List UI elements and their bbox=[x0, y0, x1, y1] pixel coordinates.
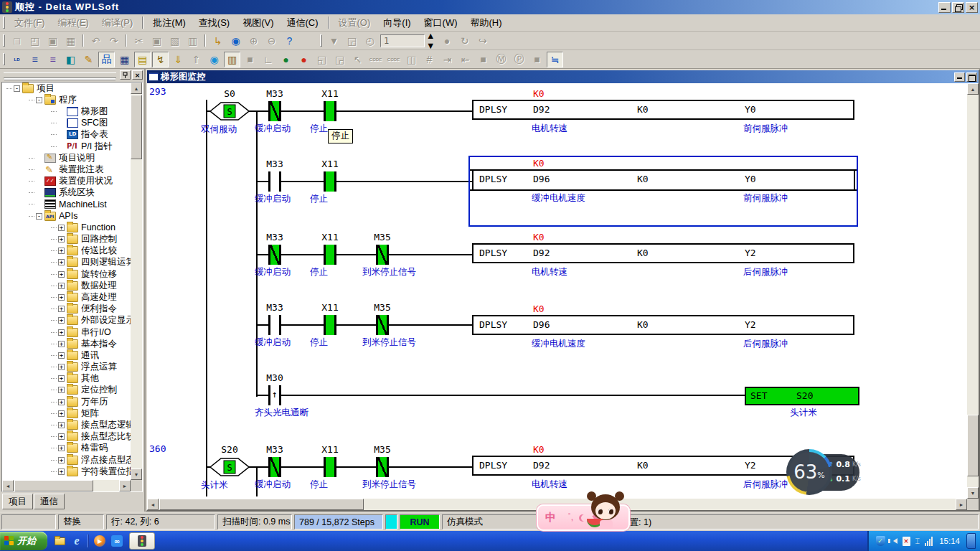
power-plug-icon[interactable]: ⌶ bbox=[915, 537, 920, 546]
menu-program[interactable]: 编程(E) bbox=[52, 14, 95, 32]
panel-close-icon[interactable]: × bbox=[132, 70, 143, 80]
tree-expander-icon[interactable]: + bbox=[58, 341, 65, 347]
tree-item[interactable]: MachineList bbox=[2, 199, 131, 210]
tree-item[interactable]: +格雷码 bbox=[2, 443, 131, 454]
contact-M33[interactable] bbox=[268, 101, 281, 121]
contact-X11[interactable] bbox=[324, 245, 336, 265]
tree-expander-icon[interactable]: - bbox=[36, 213, 42, 220]
tree-item[interactable]: P/I 指针 bbox=[2, 141, 131, 152]
open-file-icon[interactable]: ◰ bbox=[27, 33, 43, 49]
tree-item[interactable]: +通讯 bbox=[2, 349, 131, 361]
step-contact[interactable]: S bbox=[209, 456, 250, 478]
cut-icon[interactable]: ✂ bbox=[131, 33, 147, 49]
tree-expander-icon[interactable]: + bbox=[58, 468, 65, 475]
tree-item[interactable]: -程序 bbox=[2, 94, 131, 105]
tree-expander-icon[interactable]: + bbox=[58, 433, 65, 440]
tree-item[interactable]: 装置批注表 bbox=[2, 164, 131, 175]
tree-expander-icon[interactable]: + bbox=[58, 364, 65, 370]
ladder-edit-icon[interactable]: ▤ bbox=[134, 52, 151, 67]
tree-expander-icon[interactable]: + bbox=[58, 352, 65, 359]
speed-widget-circle[interactable]: 63% bbox=[786, 449, 832, 495]
tree-vscroll-thumb[interactable] bbox=[131, 95, 142, 159]
menu-wizard[interactable]: 向导(I) bbox=[377, 14, 417, 32]
monitor-start-icon[interactable]: ▥ bbox=[224, 52, 240, 67]
tree-item[interactable]: +四则逻辑运算 bbox=[2, 257, 131, 268]
child-minimize-button[interactable] bbox=[954, 72, 965, 82]
window-cascade-icon[interactable]: ◱ bbox=[314, 52, 330, 67]
spin-up-icon[interactable]: ▲ bbox=[426, 31, 435, 41]
toolbar-grip[interactable] bbox=[3, 53, 5, 65]
tree-item[interactable]: -APIs bbox=[2, 210, 131, 222]
tree-expander-icon[interactable]: - bbox=[36, 97, 42, 103]
stop-monitor-icon[interactable]: ● bbox=[296, 52, 312, 67]
zoom-icon[interactable]: ◉ bbox=[227, 33, 244, 49]
tree-item[interactable]: +接点型态比较指令 bbox=[2, 431, 131, 443]
scroll-right-icon[interactable]: ► bbox=[956, 499, 967, 510]
network-signal-icon[interactable] bbox=[925, 537, 933, 546]
ladder-monitor-icon[interactable]: ≡ bbox=[44, 52, 61, 67]
tree-expander-icon[interactable]: + bbox=[58, 317, 65, 324]
tree-item[interactable]: 指令表 bbox=[2, 129, 131, 141]
contact-X11[interactable] bbox=[324, 457, 336, 477]
tree-item[interactable]: +定位控制 bbox=[2, 385, 131, 396]
exit-monitor-icon[interactable]: ↪ bbox=[474, 33, 491, 49]
step-contact[interactable]: S bbox=[209, 100, 250, 122]
panel-tab-通信[interactable]: 通信 bbox=[34, 494, 65, 509]
instruction-block[interactable] bbox=[472, 243, 854, 263]
io-view-icon[interactable]: # bbox=[421, 52, 438, 67]
selected-network-box[interactable] bbox=[468, 156, 858, 227]
instruction-block[interactable] bbox=[472, 100, 854, 120]
code-to-ladder-icon[interactable]: CODE bbox=[385, 52, 402, 67]
tree-item[interactable]: +基本指令 bbox=[2, 338, 131, 349]
tree-hscroll-thumb[interactable] bbox=[14, 480, 93, 491]
tree-expander-icon[interactable]: + bbox=[58, 457, 65, 463]
tree-expander-icon[interactable]: - bbox=[14, 85, 20, 92]
ladder-vscrollbar[interactable]: ▲ ▼ bbox=[967, 83, 979, 499]
child-maximize-button[interactable] bbox=[966, 72, 977, 82]
wplsoft-task-button[interactable] bbox=[129, 532, 155, 550]
refresh-monitor-icon[interactable]: ↻ bbox=[456, 33, 473, 49]
scroll-down-icon[interactable]: ▼ bbox=[967, 487, 979, 499]
pointer-tool-icon[interactable]: ↖ bbox=[349, 52, 366, 67]
download-program-icon[interactable]: ⇓ bbox=[170, 52, 187, 67]
tree-expander-icon[interactable]: + bbox=[58, 294, 65, 301]
menu-communication[interactable]: 通信(C) bbox=[280, 14, 324, 32]
tree-item[interactable]: +旋转位移 bbox=[2, 268, 131, 280]
pause-monitor-icon[interactable]: ● bbox=[438, 33, 455, 49]
show-desktop-button[interactable] bbox=[966, 533, 976, 549]
my-documents-icon[interactable] bbox=[53, 534, 66, 547]
menu-view[interactable]: 视图(V) bbox=[236, 14, 280, 32]
goto-icon[interactable]: ↳ bbox=[209, 33, 226, 49]
toolbar-grip[interactable] bbox=[320, 34, 322, 47]
tree-item[interactable]: +数据处理 bbox=[2, 280, 131, 291]
tree-item[interactable]: +浮点接点型态比较 bbox=[2, 454, 131, 466]
restore-button[interactable] bbox=[952, 2, 964, 13]
zoom-tool-icon[interactable]: ↯ bbox=[152, 52, 169, 67]
time-monitor-icon[interactable]: ◴ bbox=[362, 33, 378, 49]
toolbar-grip[interactable] bbox=[3, 34, 5, 47]
start-button[interactable]: 开始 bbox=[0, 532, 47, 550]
ime-mode-button[interactable]: 中 bbox=[545, 511, 556, 524]
tree-item[interactable]: +传送比较 bbox=[2, 245, 131, 257]
contact-M33[interactable] bbox=[268, 457, 281, 477]
tree-expander-icon[interactable]: + bbox=[58, 399, 65, 405]
tree-expander-icon[interactable]: + bbox=[58, 410, 65, 417]
volume-icon[interactable] bbox=[890, 538, 897, 544]
scroll-right-icon[interactable]: ► bbox=[119, 480, 131, 491]
page-spinner[interactable]: ▲▼ bbox=[426, 31, 435, 51]
tree-expander-icon[interactable]: + bbox=[58, 248, 65, 254]
tree-item[interactable]: +浮点运算 bbox=[2, 362, 131, 373]
menu-comment[interactable]: 批注(M) bbox=[146, 14, 192, 32]
redo-icon[interactable]: ↷ bbox=[105, 33, 122, 49]
menu-help[interactable]: 帮助(H) bbox=[464, 14, 509, 32]
media-player-icon[interactable]: ▶ bbox=[93, 534, 106, 547]
spare-2-icon[interactable]: ■ bbox=[475, 52, 491, 67]
new-file-icon[interactable]: □ bbox=[9, 33, 25, 49]
tree-item[interactable]: +其他 bbox=[2, 373, 131, 385]
tree-item[interactable]: +回路控制 bbox=[2, 233, 131, 245]
edit-corner-icon[interactable]: ∟ bbox=[260, 52, 276, 67]
scroll-up-icon[interactable]: ▲ bbox=[131, 83, 142, 94]
tree-item[interactable]: +便利指令 bbox=[2, 303, 131, 315]
tree-expander-icon[interactable]: + bbox=[58, 329, 65, 336]
security-shield-icon[interactable]: ✓ bbox=[876, 536, 885, 546]
